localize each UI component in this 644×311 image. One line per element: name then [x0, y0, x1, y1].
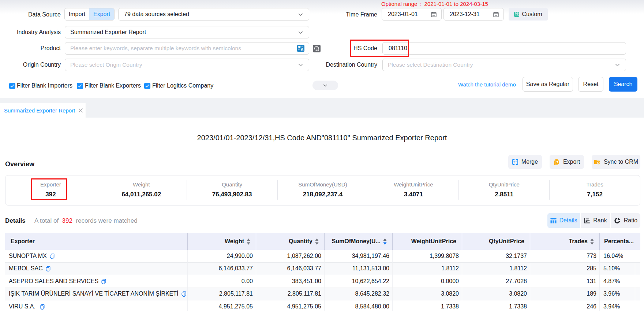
svg-text:A: A — [301, 47, 304, 52]
